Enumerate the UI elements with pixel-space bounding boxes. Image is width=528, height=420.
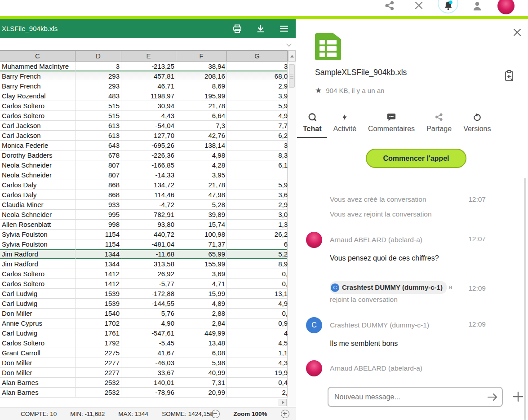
table-cell[interactable]: Grant Carroll (0, 348, 75, 358)
table-cell[interactable]: 208,16 (176, 71, 227, 81)
table-cell[interactable]: 1344 (75, 249, 121, 259)
table-row[interactable]: Carl Ludwig1539-172,8815,9913,1 (0, 289, 288, 299)
table-cell[interactable]: 155,99 (176, 259, 227, 269)
table-cell[interactable]: 8,69 (176, 81, 227, 91)
table-cell[interactable]: Alan Barnes (0, 388, 75, 398)
table-cell[interactable]: Barry French (0, 81, 75, 91)
table-row[interactable]: Jim Radford1344313,58155,998,9 (0, 259, 288, 269)
table-cell[interactable]: 2,88 (176, 309, 227, 318)
table-cell[interactable]: 39,89 (176, 210, 227, 220)
table-cell[interactable]: -172,88 (121, 289, 176, 299)
table-cell[interactable]: 868 (75, 190, 121, 200)
table-cell[interactable]: Sylvia Foulston (0, 230, 75, 239)
table-cell[interactable]: 4,98 (176, 150, 227, 160)
table-cell[interactable]: 1,3 (227, 220, 288, 230)
table-row[interactable]: Barry French293457,81208,1668,0 (0, 71, 288, 81)
table-cell[interactable]: Carlos Soltero (0, 101, 75, 111)
table-cell[interactable]: Neola Schneider (0, 170, 75, 180)
table-cell[interactable]: 483 (75, 91, 121, 101)
table-cell[interactable]: 134,72 (121, 180, 176, 190)
tab-tchat[interactable]: Tchat (297, 111, 327, 138)
table-cell[interactable]: 7,31 (176, 378, 227, 388)
table-cell[interactable]: 127,70 (121, 131, 176, 141)
table-cell[interactable]: 4,5 (227, 338, 288, 348)
column-header[interactable]: E (121, 51, 176, 61)
table-cell[interactable]: 2277 (75, 358, 121, 368)
table-cell[interactable]: Annie Cyprus (0, 318, 75, 328)
table-cell[interactable]: 1792 (75, 338, 121, 348)
table-cell[interactable]: Carlos Soltero (0, 111, 75, 121)
table-cell[interactable]: -695,26 (121, 141, 176, 150)
table-cell[interactable]: 42,76 (176, 131, 227, 141)
table-row[interactable]: Carl Ludwig1539-144,554,894,9 (0, 299, 288, 309)
table-cell[interactable]: 41,67 (121, 348, 176, 358)
table-row[interactable]: Alan Barnes2532140,017,310,4 (0, 378, 288, 388)
table-cell[interactable]: 678 (75, 150, 121, 160)
table-cell[interactable]: 8,3 (227, 150, 288, 160)
table-cell[interactable]: 1198,97 (121, 91, 176, 101)
table-cell[interactable]: 7,7 (227, 121, 288, 131)
table-cell[interactable]: Carl Jackson (0, 131, 75, 141)
table-cell[interactable]: 15,74 (176, 220, 227, 230)
user-avatar[interactable] (497, 0, 515, 14)
vertical-scrollbar[interactable] (288, 50, 296, 417)
share-icon[interactable] (384, 0, 395, 13)
table-cell[interactable]: 613 (75, 131, 121, 141)
table-cell[interactable]: 19,9 (227, 368, 288, 378)
mention-chip[interactable]: CCrashtest DUMMY (dummy-c-1) (330, 281, 447, 294)
table-cell[interactable]: 933 (75, 200, 121, 210)
table-cell[interactable]: Monica Federle (0, 141, 75, 150)
table-row[interactable]: Sylvia Foulston1154440,72100,9826,2 (0, 230, 288, 239)
table-row[interactable]: Clay Rozendal4831198,97195,993,9 (0, 91, 288, 101)
table-row[interactable]: Carlos Soltero1412-5,774,710, (0, 279, 288, 289)
table-row[interactable]: Don Miller15405,762,880, (0, 309, 288, 318)
table-cell[interactable]: 3 (227, 62, 288, 71)
column-header[interactable]: F (176, 51, 227, 61)
table-cell[interactable]: 33,67 (121, 368, 176, 378)
table-cell[interactable]: 4,9 (227, 111, 288, 121)
table-cell[interactable]: 15,99 (176, 289, 227, 299)
zoom-out-button[interactable] (211, 410, 220, 418)
table-cell[interactable]: -46,03 (121, 358, 176, 368)
add-attachment-icon[interactable] (512, 390, 524, 403)
table-cell[interactable]: -11,68 (121, 249, 176, 259)
horizontal-scrollbar[interactable] (0, 398, 288, 407)
table-cell[interactable]: 4,28 (176, 160, 227, 170)
table-cell[interactable]: 1702 (75, 318, 121, 328)
table-cell[interactable]: 38,94 (176, 62, 227, 71)
tab-commentaires[interactable]: Commentaires (362, 111, 421, 138)
table-cell[interactable]: 21,78 (176, 101, 227, 111)
table-cell[interactable]: 807 (75, 160, 121, 170)
scroll-up-icon[interactable] (288, 50, 296, 62)
table-cell[interactable]: 4,89 (176, 299, 227, 309)
table-cell[interactable]: 4 (227, 328, 288, 338)
table-cell[interactable]: 65,99 (176, 249, 227, 259)
table-cell[interactable]: 313,58 (121, 259, 176, 269)
table-cell[interactable]: Don Miller (0, 358, 75, 368)
table-cell[interactable]: 1761 (75, 328, 121, 338)
close-icon[interactable] (414, 0, 424, 12)
table-cell[interactable]: -226,36 (121, 150, 176, 160)
table-cell[interactable]: 0, (227, 309, 288, 318)
table-cell[interactable]: Carl Ludwig (0, 328, 75, 338)
table-row[interactable]: Allen Rosenblatt99893,8015,741,3 (0, 220, 288, 230)
table-cell[interactable]: -14,33 (121, 170, 176, 180)
table-cell[interactable]: 3 (75, 62, 121, 71)
scroll-right-icon[interactable] (279, 399, 287, 406)
sidebar-close-icon[interactable] (512, 27, 523, 38)
chat-avatar[interactable]: C (306, 317, 322, 333)
table-row[interactable]: Carlos Daly868114,4647,983,6 (0, 190, 288, 200)
table-cell[interactable]: Barry French (0, 71, 75, 81)
table-cell[interactable]: 7,3 (176, 121, 227, 131)
table-cell[interactable]: 93,80 (121, 220, 176, 230)
table-row[interactable]: Carlos Soltero141226,923,690, (0, 269, 288, 279)
table-cell[interactable]: 21,78 (176, 180, 227, 190)
table-cell[interactable]: 782,91 (121, 210, 176, 220)
table-cell[interactable]: Jim Radford (0, 259, 75, 269)
table-cell[interactable]: 1,1 (227, 348, 288, 358)
table-cell[interactable]: 5,2 (227, 249, 288, 259)
favorite-star-icon[interactable]: ★ (315, 87, 322, 94)
table-cell[interactable]: 1412 (75, 279, 121, 289)
table-cell[interactable]: 2,84 (176, 318, 227, 328)
table-cell[interactable]: -78,96 (121, 388, 176, 398)
